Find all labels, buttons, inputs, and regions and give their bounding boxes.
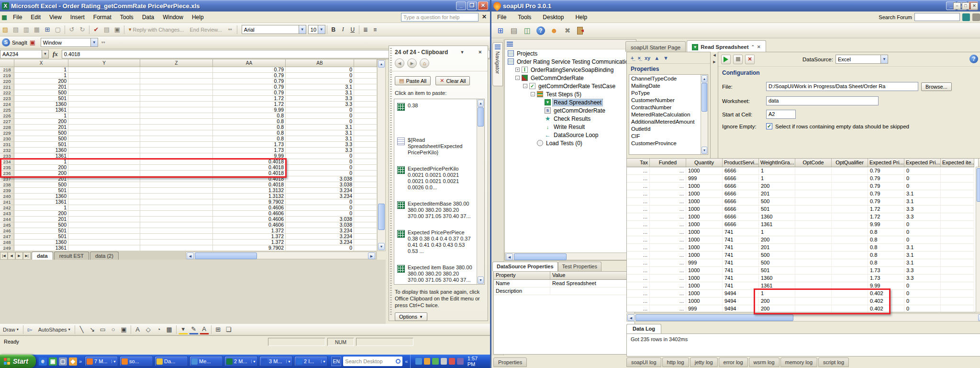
grid-cell[interactable]: 9.7902 — [213, 199, 286, 205]
grid-cell[interactable] — [354, 96, 377, 102]
pane-forward-icon[interactable]: ► — [407, 58, 417, 68]
table-row[interactable]: ......1000666613601.723.3 — [627, 213, 980, 221]
search-desktop-input[interactable]: Search Desktop — [343, 356, 402, 366]
collapse-icon[interactable]: - — [515, 76, 520, 80]
grid-cell[interactable]: 3.3 — [286, 148, 354, 153]
arrow-icon[interactable]: ↘ — [88, 325, 97, 334]
file-input[interactable]: D:/SoapUI/Work in Progress/Data Sheet/Or… — [766, 82, 918, 91]
grid-cell[interactable]: 1.72 — [213, 96, 286, 102]
options-button[interactable]: Options▼ — [395, 312, 427, 321]
grid-cell[interactable]: 0 — [286, 153, 354, 159]
row-header[interactable]: 240 — [0, 194, 14, 199]
properties-scrollbar[interactable]: ▲ ▼ — [701, 75, 708, 154]
property-item-mailingdate[interactable]: MailingDate — [629, 82, 708, 89]
scroll-up-icon[interactable]: ▲ — [378, 60, 385, 68]
row-header[interactable]: 239 — [0, 188, 14, 194]
grid-cell[interactable] — [68, 234, 140, 240]
grid-cell[interactable]: 3.1 — [286, 130, 354, 136]
italic-button[interactable]: I — [338, 26, 348, 33]
grid-cell[interactable]: 0.4018 — [213, 182, 286, 188]
table-column-header[interactable]: Expected Pri... — [904, 159, 941, 167]
column-header-AA[interactable]: AA — [213, 59, 286, 67]
excel-close-button[interactable]: ✕ — [478, 1, 488, 10]
scroll-down-icon[interactable]: ▼ — [702, 147, 707, 154]
grid-cell[interactable]: 1360 — [14, 148, 68, 153]
tree-item-projects[interactable]: Projects — [505, 49, 636, 58]
print-icon[interactable]: ▦ — [32, 25, 42, 34]
grid-cell[interactable]: 501 — [14, 188, 68, 194]
grid-cell[interactable]: 9.7902 — [213, 245, 286, 251]
property-item-additionalmeteredamount[interactable]: AdditionalMeteredAmount — [629, 118, 708, 125]
grid-cell[interactable] — [354, 159, 377, 165]
grid-cell[interactable]: 201 — [14, 84, 68, 90]
stop-datasource-button[interactable] — [733, 55, 743, 64]
scroll-down-icon[interactable]: ▼ — [378, 243, 385, 250]
grid-cell[interactable] — [354, 73, 377, 79]
autoshapes-menu-button[interactable]: AutoShapes▾ — [35, 327, 73, 333]
row-header[interactable]: 242 — [0, 205, 14, 211]
select-objects-icon[interactable]: ▻ — [25, 325, 35, 334]
preferences-icon[interactable]: ✖ — [562, 25, 573, 36]
grid-cell[interactable]: 0.4606 — [213, 217, 286, 222]
table-row[interactable]: ......1000666613619.990 — [627, 221, 980, 229]
soapui-menu-help[interactable]: Help — [569, 12, 593, 22]
log-tab-soapui-log[interactable]: soapUI log — [626, 357, 661, 367]
table-column-header[interactable]: Tax — [627, 159, 650, 167]
clipboard-item[interactable]: Expected PricePerPiece 0.38 0.38 0.4 0.4… — [394, 226, 484, 261]
grid-cell[interactable]: 0.8 — [213, 125, 286, 130]
grid-cell[interactable]: 500 — [14, 130, 68, 136]
comment-icon[interactable]: ▤ — [102, 25, 111, 34]
row-header[interactable]: 224 — [0, 102, 14, 107]
grid-cell[interactable]: 0.79 — [213, 84, 286, 90]
grid-horizontal-scrollbar[interactable]: ◀ ▶ — [186, 252, 376, 259]
taskbar-button-6[interactable]: 3 M...▼ — [259, 356, 293, 367]
grid-cell[interactable] — [68, 194, 140, 199]
tray-icon[interactable] — [415, 358, 422, 365]
grid-cell[interactable] — [354, 188, 377, 194]
grid-cell[interactable]: 500 — [14, 222, 68, 228]
task-pane-grip[interactable] — [390, 48, 392, 316]
log-tab-jetty-log[interactable]: jetty log — [690, 357, 718, 367]
font-name-select[interactable]: Arial▼ — [242, 25, 306, 34]
grid-cell[interactable] — [68, 228, 140, 234]
grid-cell[interactable] — [140, 73, 213, 79]
scroll-right-icon[interactable]: ▶ — [978, 314, 980, 321]
prev-sheet-icon[interactable]: ◀ — [8, 252, 15, 260]
bold-button[interactable]: B — [329, 26, 338, 33]
quick-launch-icon[interactable]: ◆ — [69, 357, 77, 366]
grid-cell[interactable] — [140, 194, 213, 199]
expand-icon[interactable]: + — [515, 68, 520, 72]
snagit-capture-icon[interactable]: ▣ — [28, 38, 37, 47]
grid-cell[interactable]: 501 — [14, 142, 68, 148]
collapse-icon[interactable]: - — [531, 92, 535, 96]
row-header[interactable]: 246 — [0, 228, 14, 234]
grid-cell[interactable]: 0.79 — [213, 90, 286, 96]
tree-item-getcommorderrate[interactable]: SgetCommOrderRate — [505, 106, 636, 115]
grid-cell[interactable] — [354, 211, 377, 217]
soapui-menu-desktop[interactable]: Desktop — [537, 12, 569, 22]
pane-close-icon[interactable]: ✕ — [476, 50, 484, 55]
excel-menu-data[interactable]: Data — [138, 12, 158, 22]
grid-cell[interactable] — [68, 148, 140, 153]
grid-cell[interactable] — [140, 107, 213, 113]
taskbar-button-7[interactable]: 2 I...▼ — [294, 356, 328, 367]
grid-cell[interactable]: 0 — [286, 159, 354, 165]
tree-item-write-result[interactable]: ↓Write Result — [505, 123, 636, 131]
panel-maximize-icon[interactable]: □ — [962, 2, 969, 10]
grid-cell[interactable] — [140, 136, 213, 142]
grid-cell[interactable]: 200 — [14, 211, 68, 217]
next-sheet-icon[interactable]: ▶ — [15, 252, 23, 260]
grid-cell[interactable]: 500 — [14, 90, 68, 96]
grid-cell[interactable] — [140, 125, 213, 130]
row-header[interactable]: 223 — [0, 96, 14, 102]
grid-cell[interactable] — [68, 84, 140, 90]
row-header[interactable]: 232 — [0, 148, 14, 153]
group-dropdown-icon[interactable]: ▼ — [251, 360, 256, 363]
clipboard-list-scrollbar[interactable]: ▲ ▼ — [477, 99, 484, 284]
row-header[interactable]: 228 — [0, 125, 14, 130]
grid-cell[interactable] — [354, 67, 377, 73]
grid-cell[interactable]: 3.234 — [286, 240, 354, 245]
excel-menu-file[interactable]: File — [9, 12, 26, 22]
property-row[interactable]: Description — [494, 288, 635, 295]
scroll-thumb[interactable] — [195, 253, 257, 259]
